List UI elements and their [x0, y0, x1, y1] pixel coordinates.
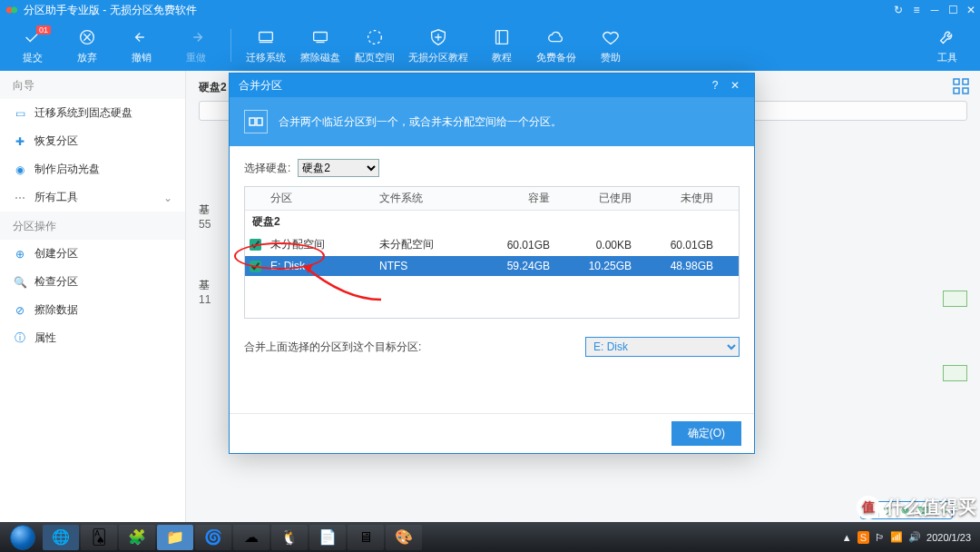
wipe-icon [310, 27, 330, 47]
refresh-icon[interactable]: ↻ [889, 4, 907, 16]
system-tray: ▲ S 🏳 📶 🔊 2020/1/23 [842, 531, 976, 544]
merge-dialog: 合并分区 ? ✕ 合并两个临近分区到一个，或合并未分配空间给一个分区。 选择硬盘… [229, 73, 755, 454]
taskbar-app-10[interactable]: 🎨 [386, 525, 422, 550]
taskbar-app-3[interactable]: 🧩 [119, 525, 155, 550]
create-icon: ⊕ [13, 247, 27, 261]
col-free: 未使用 [637, 187, 719, 210]
sidebar-item-erase[interactable]: ⊘擦除数据 [0, 296, 185, 324]
sidebar-item-check[interactable]: 🔍检查分区 [0, 268, 185, 296]
backup-button[interactable]: 免费备份 [529, 27, 583, 64]
migrate-button[interactable]: 迁移系统 [239, 27, 293, 64]
start-button[interactable] [4, 522, 42, 552]
grid-view-icon[interactable] [953, 78, 969, 94]
taskbar-app-2[interactable]: 🂡 [81, 525, 117, 550]
dialog-footer: 确定(O) [230, 413, 754, 453]
merge-icon [244, 110, 268, 133]
submit-button[interactable]: 01 提交 [5, 27, 60, 64]
redo-button[interactable]: 重做 [169, 27, 223, 64]
close-icon[interactable]: ✕ [962, 4, 980, 16]
dialog-close-icon[interactable]: ✕ [725, 79, 745, 92]
sidebar-item-alltools[interactable]: ⋯所有工具⌄ [0, 183, 185, 212]
tutorial-button[interactable]: 无损分区教程 [402, 27, 475, 64]
recover-icon: ✚ [13, 134, 27, 149]
wrench-icon [937, 27, 957, 47]
col-cap: 容量 [474, 187, 555, 210]
menu-icon[interactable]: ≡ [907, 4, 926, 16]
window-title: 分区助手专业版 - 无损分区免费软件 [24, 3, 197, 18]
quota-button[interactable]: 配页空间 [348, 27, 402, 64]
partition-grid: 分区 文件系统 容量 已使用 未使用 硬盘2 未分配空间 未分配空间 60.01… [244, 186, 740, 319]
grid-row-e-disk[interactable]: E: Disk NTFS 59.24GB 10.25GB 48.98GB [245, 256, 739, 276]
col-used: 已使用 [555, 187, 637, 210]
bootdisc-icon: ◉ [13, 163, 27, 177]
svg-rect-6 [496, 30, 508, 44]
sidebar-item-migrate-ssd[interactable]: ▭迁移系统到固态硬盘 [0, 99, 185, 127]
tray-clock[interactable]: 2020/1/23 [926, 532, 971, 543]
sidebar: 向导 ▭迁移系统到固态硬盘 ✚恢复分区 ◉制作启动光盘 ⋯所有工具⌄ 分区操作 … [0, 71, 186, 522]
row-checkbox[interactable] [250, 261, 261, 272]
taskbar-app-8[interactable]: 📄 [309, 525, 346, 550]
undo-button[interactable]: 撤销 [114, 27, 169, 64]
quota-icon [365, 27, 385, 47]
taskbar-app-9[interactable]: 🖥 [348, 525, 384, 550]
tray-sogou-icon[interactable]: S [858, 531, 869, 544]
watermark-text: 什么值得买 [886, 495, 976, 519]
svg-rect-10 [963, 88, 968, 94]
select-disk-label: 选择硬盘: [244, 161, 290, 176]
target-label: 合并上面选择的分区到这个目标分区: [244, 340, 585, 355]
sidebar-item-recover[interactable]: ✚恢复分区 [0, 127, 185, 155]
sidebar-item-create[interactable]: ⊕创建分区 [0, 240, 185, 268]
minimize-icon[interactable]: ─ [926, 4, 944, 16]
discard-button[interactable]: 放弃 [60, 27, 114, 64]
tools-button[interactable]: 工具 [920, 27, 975, 64]
tray-net-icon[interactable]: 📶 [890, 531, 903, 543]
erase-icon: ⊘ [13, 303, 27, 318]
target-dropdown[interactable]: E: Disk [585, 337, 740, 357]
taskbar-app-7[interactable]: 🐧 [271, 525, 308, 550]
svg-rect-3 [260, 32, 273, 40]
svg-rect-7 [954, 79, 959, 84]
tray-sound-icon[interactable]: 🔊 [908, 531, 921, 543]
svg-point-5 [368, 30, 382, 44]
discard-icon [77, 27, 97, 47]
maximize-icon[interactable]: ☐ [944, 4, 962, 16]
select-disk-dropdown[interactable]: 硬盘2 [298, 159, 379, 177]
undo-icon [132, 27, 152, 47]
tray-icon[interactable]: ▲ [842, 532, 852, 543]
donate-button[interactable]: 赞助 [583, 27, 638, 64]
ssd-icon: ▭ [13, 106, 27, 121]
svg-rect-12 [257, 118, 262, 125]
dialog-titlebar: 合并分区 ? ✕ [230, 74, 754, 97]
taskbar-app-5[interactable]: 🌀 [195, 525, 231, 550]
sidebar-item-bootdisc[interactable]: ◉制作启动光盘 [0, 155, 185, 183]
partition-bar-2[interactable] [943, 365, 967, 381]
course-button[interactable]: 教程 [475, 27, 529, 64]
dialog-banner-text: 合并两个临近分区到一个，或合并未分配空间给一个分区。 [279, 114, 562, 130]
taskbar-app-6[interactable]: ☁ [233, 525, 270, 550]
main-toolbar: 01 提交 放弃 撤销 重做 迁移系统 擦除磁盘 配页空间 无损分区教程 教程 … [0, 20, 980, 71]
grid-group: 硬盘2 [245, 211, 739, 233]
wipe-button[interactable]: 擦除磁盘 [293, 27, 348, 64]
ok-button[interactable]: 确定(O) [671, 421, 741, 446]
tray-flag-icon[interactable]: 🏳 [875, 532, 885, 543]
dialog-body: 选择硬盘: 硬盘2 分区 文件系统 容量 已使用 未使用 硬盘2 未分配空间 未… [230, 146, 754, 413]
row-checkbox[interactable] [250, 239, 261, 251]
grid-row-unallocated[interactable]: 未分配空间 未分配空间 60.01GB 0.00KB 60.01GB [245, 233, 739, 256]
app-logo-icon [5, 4, 18, 16]
alltools-icon: ⋯ [13, 191, 27, 205]
partition-bar-1[interactable] [943, 291, 967, 307]
sidebar-ops-header: 分区操作 [0, 212, 185, 240]
sidebar-item-props[interactable]: ⓘ属性 [0, 324, 185, 352]
submit-badge: 01 [36, 25, 51, 34]
col-partition: 分区 [265, 187, 374, 210]
taskbar-app-1[interactable]: 🌐 [43, 525, 79, 550]
taskbar-app-4[interactable]: 📁 [157, 525, 193, 550]
svg-rect-9 [954, 88, 959, 94]
watermark: 值 什么值得买 [857, 495, 976, 519]
titlebar: 分区助手专业版 - 无损分区免费软件 ↻ ≡ ─ ☐ ✕ [0, 0, 980, 20]
svg-rect-8 [963, 79, 968, 84]
col-fs: 文件系统 [374, 187, 474, 210]
heart-icon [601, 27, 621, 47]
redo-icon [186, 27, 206, 47]
dialog-help-icon[interactable]: ? [705, 79, 725, 92]
